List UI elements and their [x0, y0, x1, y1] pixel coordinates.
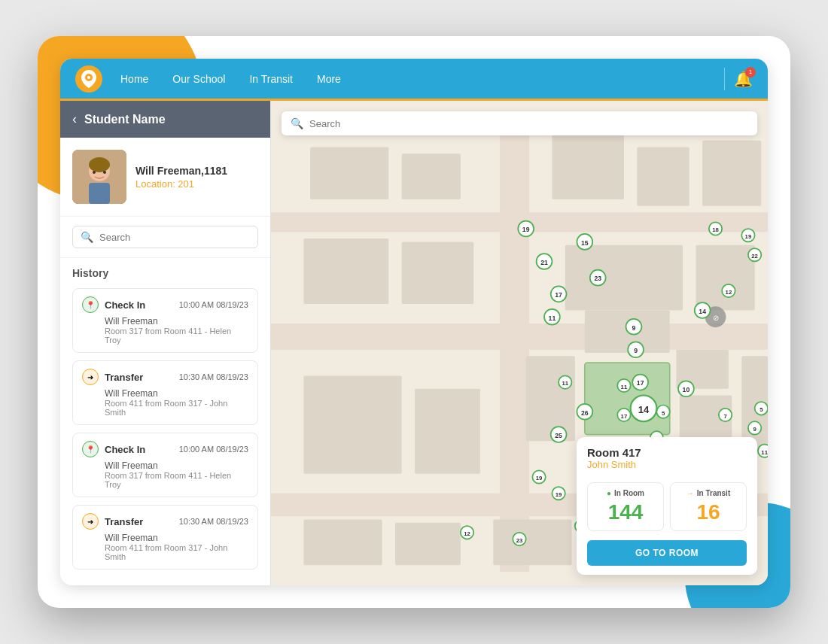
history-icon: ➜: [82, 513, 99, 530]
go-to-room-button[interactable]: GO TO ROOM: [587, 540, 747, 566]
svg-rect-6: [89, 183, 110, 204]
history-icon: ➜: [82, 369, 99, 385]
history-person: Will Freeman: [82, 533, 248, 543]
in-transit-icon: →: [686, 489, 694, 497]
svg-text:17: 17: [621, 413, 628, 420]
history-item-header: ➜ Transfer 10:30 AM 08/19/23: [82, 369, 248, 385]
student-info: Will Freeman,1181 Location: 201: [60, 138, 270, 217]
svg-point-5: [89, 157, 110, 172]
svg-rect-19: [702, 141, 761, 206]
info-card-stats: ● In Room 144 → In Transit 16: [577, 476, 757, 537]
info-card: Room 417 John Smith ● In Room 144: [577, 437, 757, 575]
panel-header: ‹ Student Name: [60, 101, 270, 138]
svg-rect-32: [415, 389, 480, 474]
svg-text:14: 14: [638, 404, 650, 415]
nav-links: Home Our School In Transit More: [120, 73, 715, 85]
history-item-header: 📍 Check In 10:00 AM 08/19/23: [82, 441, 248, 457]
in-room-stat: ● In Room 144: [587, 482, 664, 531]
in-room-icon: ●: [607, 489, 611, 497]
svg-text:5: 5: [662, 410, 665, 417]
svg-rect-36: [303, 519, 382, 565]
svg-point-2: [87, 76, 90, 79]
history-section: History 📍 Check In 10:00 AM 08/19/23 Wil…: [60, 258, 270, 585]
svg-point-7: [93, 171, 96, 174]
map-search-icon: 🔍: [291, 117, 303, 129]
history-icon: 📍: [82, 441, 99, 457]
svg-text:10: 10: [683, 386, 690, 393]
history-time: 10:00 AM 08/19/23: [179, 300, 248, 309]
svg-text:26: 26: [581, 409, 589, 417]
in-transit-label: In Transit: [697, 489, 730, 497]
top-nav: Home Our School In Transit More 🔔 1: [60, 59, 768, 101]
history-icon: 📍: [82, 296, 99, 313]
svg-rect-18: [637, 147, 689, 205]
svg-text:25: 25: [555, 432, 562, 439]
svg-text:21: 21: [540, 259, 548, 266]
svg-text:12: 12: [726, 289, 732, 296]
map-search-input[interactable]: [309, 118, 748, 129]
in-room-header: ● In Room: [595, 489, 656, 497]
history-title: History: [72, 267, 258, 279]
svg-text:11: 11: [761, 449, 768, 456]
svg-rect-17: [552, 134, 624, 199]
back-button[interactable]: ‹: [72, 111, 77, 127]
svg-text:11: 11: [549, 314, 556, 322]
info-card-header: Room 417 John Smith: [577, 437, 757, 476]
history-event-name: Transfer: [105, 516, 143, 527]
nav-in-transit[interactable]: In Transit: [249, 73, 293, 85]
info-card-teacher: John Smith: [587, 459, 747, 470]
svg-text:11: 11: [562, 380, 568, 387]
svg-text:9: 9: [632, 324, 636, 332]
in-transit-count: 16: [678, 500, 738, 524]
svg-rect-22: [565, 245, 683, 311]
svg-text:⊘: ⊘: [713, 314, 719, 322]
svg-rect-20: [303, 238, 388, 304]
map-panel: 🔍: [271, 101, 768, 585]
svg-text:11: 11: [621, 384, 628, 390]
history-person: Will Freeman: [82, 460, 248, 471]
svg-text:17: 17: [555, 291, 562, 299]
svg-text:19: 19: [522, 226, 530, 233]
history-event-name: Check In: [105, 299, 145, 311]
svg-text:22: 22: [751, 253, 758, 260]
history-detail: Room 317 from Room 411 - Helen Troy: [82, 471, 248, 489]
svg-rect-24: [585, 363, 670, 435]
history-time: 10:00 AM 08/19/23: [179, 445, 248, 454]
history-item: ➜ Transfer 10:30 AM 08/19/23 Will Freema…: [72, 360, 258, 425]
svg-rect-26: [526, 356, 575, 441]
svg-text:14: 14: [699, 308, 706, 315]
panel-title: Student Name: [84, 113, 166, 126]
history-event-name: Check In: [105, 444, 145, 455]
in-transit-header: → In Transit: [678, 489, 738, 497]
notification-bell[interactable]: 🔔 1: [734, 70, 753, 88]
info-card-room: Room 417: [587, 446, 747, 459]
search-box: 🔍: [72, 226, 258, 248]
svg-rect-16: [402, 153, 461, 199]
svg-rect-23: [696, 245, 754, 311]
svg-rect-33: [493, 519, 571, 565]
history-detail: Room 411 from Room 317 - John Smith: [82, 543, 248, 561]
svg-text:19: 19: [536, 475, 543, 481]
in-room-label: In Room: [614, 489, 644, 497]
history-detail: Room 411 from Room 317 - John Smith: [82, 399, 248, 417]
svg-rect-21: [402, 242, 474, 304]
history-item: 📍 Check In 10:00 AM 08/19/23 Will Freema…: [72, 288, 258, 353]
history-time: 10:30 AM 08/19/23: [179, 372, 248, 381]
svg-rect-15: [310, 147, 388, 199]
search-icon: 🔍: [81, 231, 93, 243]
main-content: ‹ Student Name: [60, 101, 768, 585]
in-transit-stat: → In Transit 16: [670, 482, 747, 531]
map-search-bar: 🔍: [282, 111, 757, 135]
search-input[interactable]: [99, 232, 250, 243]
history-detail: Room 317 from Room 411 - Helen Troy: [82, 327, 248, 345]
nav-our-school[interactable]: Our School: [172, 73, 225, 85]
student-details: Will Freeman,1181 Location: 201: [135, 165, 258, 190]
student-name: Will Freeman,1181: [135, 165, 258, 177]
nav-more[interactable]: More: [317, 73, 341, 85]
bell-badge: 1: [745, 67, 756, 77]
app-container: Home Our School In Transit More 🔔 1 ‹ St…: [60, 59, 768, 585]
nav-home[interactable]: Home: [120, 73, 148, 85]
svg-text:9: 9: [634, 347, 638, 354]
svg-text:9: 9: [753, 426, 756, 433]
history-person: Will Freeman: [82, 388, 248, 399]
